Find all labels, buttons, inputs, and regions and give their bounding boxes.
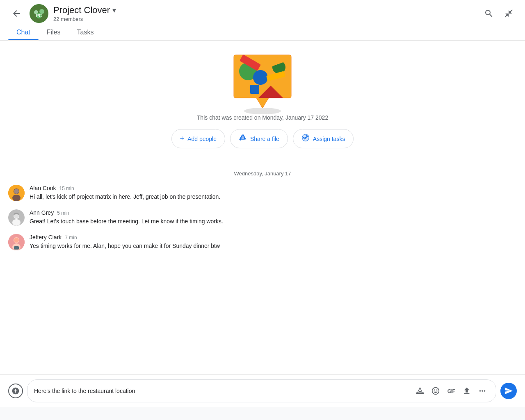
add-people-label: Add people xyxy=(187,136,217,142)
message-text: Hi all, let's kick off project matrix in… xyxy=(30,193,220,201)
message-row: Ann Grey 5 min Great! Let's touch base b… xyxy=(8,209,517,226)
message-text: Great! Let's touch base before the meeti… xyxy=(30,217,223,226)
action-buttons-group: + Add people Share a file xyxy=(171,129,354,148)
add-people-icon: + xyxy=(180,134,185,143)
back-button[interactable] xyxy=(8,5,25,22)
upload-button[interactable] xyxy=(460,384,474,398)
message-time: 5 min xyxy=(57,210,69,216)
more-options-button[interactable] xyxy=(475,384,489,398)
svg-point-7 xyxy=(253,70,268,85)
sender-name: Alan Cook xyxy=(30,185,56,191)
svg-point-16 xyxy=(12,195,21,201)
add-people-button[interactable]: + Add people xyxy=(171,129,225,148)
chat-illustration xyxy=(230,53,295,110)
compress-button[interactable] xyxy=(500,5,517,22)
message-text: Yes timing works for me. Alan, hope you … xyxy=(30,242,220,250)
input-actions: GIF xyxy=(413,384,489,398)
emoji-button[interactable] xyxy=(429,384,443,398)
message-time: 15 min xyxy=(59,186,74,191)
group-avatar: PC xyxy=(30,4,48,23)
message-time: 7 min xyxy=(65,235,77,241)
sender-name: Ann Grey xyxy=(30,209,54,216)
svg-point-20 xyxy=(12,219,21,226)
message-content: Alan Cook 15 min Hi all, let's kick off … xyxy=(30,185,220,201)
sender-name: Jeffery Clark xyxy=(30,234,62,241)
date-separator: Wednesday, January 17 xyxy=(0,166,525,185)
avatar xyxy=(8,209,25,226)
svg-text:PC: PC xyxy=(36,14,42,18)
header-info: Project Clover ▾ 22 members xyxy=(53,5,481,22)
svg-point-25 xyxy=(14,238,19,243)
send-button[interactable] xyxy=(500,383,517,399)
message-content: Ann Grey 5 min Great! Let's touch base b… xyxy=(30,209,223,226)
drive-icon xyxy=(239,134,247,144)
message-input[interactable] xyxy=(34,388,409,394)
dropdown-icon[interactable]: ▾ xyxy=(112,6,116,15)
assign-tasks-button[interactable]: Assign tasks xyxy=(293,129,354,148)
format-text-button[interactable] xyxy=(413,384,427,398)
creation-date: This chat was created on Monday, January… xyxy=(197,114,328,121)
input-area: GIF xyxy=(0,374,525,407)
share-file-button[interactable]: Share a file xyxy=(230,129,288,148)
message-row: Alan Cook 15 min Hi all, let's kick off … xyxy=(8,185,517,201)
share-file-label: Share a file xyxy=(250,136,279,142)
tasks-icon xyxy=(301,134,310,144)
tab-chat[interactable]: Chat xyxy=(8,25,39,40)
tabs: Chat Files Tasks xyxy=(0,25,525,41)
svg-rect-10 xyxy=(250,85,259,94)
svg-rect-26 xyxy=(14,246,19,250)
messages-area: Alan Cook 15 min Hi all, let's kick off … xyxy=(0,185,525,374)
svg-point-5 xyxy=(244,108,281,114)
welcome-section: This chat was created on Monday, January… xyxy=(0,41,525,166)
avatar xyxy=(8,234,25,250)
page-title: Project Clover xyxy=(53,5,110,16)
tab-tasks[interactable]: Tasks xyxy=(69,25,102,40)
message-input-wrapper: GIF xyxy=(27,379,496,402)
gif-button[interactable]: GIF xyxy=(444,384,458,398)
members-count: 22 members xyxy=(53,16,481,22)
avatar xyxy=(8,185,25,201)
message-row: Jeffery Clark 7 min Yes timing works for… xyxy=(8,234,517,250)
search-button[interactable] xyxy=(481,5,497,22)
tab-files[interactable]: Files xyxy=(39,25,69,40)
svg-point-17 xyxy=(14,189,19,194)
assign-tasks-label: Assign tasks xyxy=(313,136,345,142)
message-content: Jeffery Clark 7 min Yes timing works for… xyxy=(30,234,220,250)
add-attachment-button[interactable] xyxy=(8,384,23,398)
